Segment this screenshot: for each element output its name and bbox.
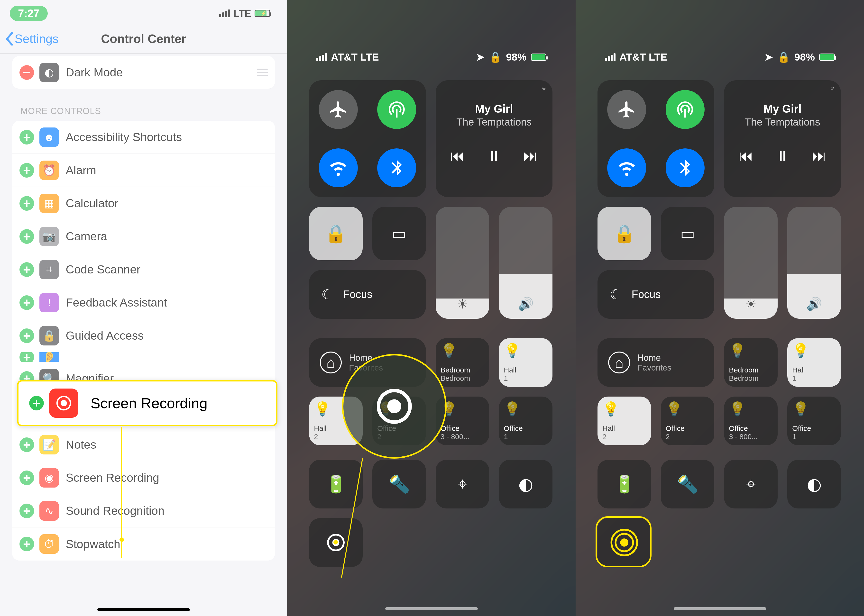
more-row-rec[interactable]: +◉Screen Recording [12, 461, 275, 494]
darkmode-button[interactable]: ◐ [499, 460, 552, 509]
screen-recording-button-active[interactable] [598, 518, 651, 567]
home-tile-office-1[interactable]: 💡Office1 [499, 396, 552, 445]
darkmode-button[interactable]: ◐ [787, 460, 841, 509]
pause-button[interactable]: ⏸ [487, 148, 501, 164]
callout-screen-recording-row[interactable]: + Screen Recording [17, 380, 277, 426]
row-label: Sound Recognition [66, 504, 165, 517]
connectivity-tile[interactable] [309, 80, 426, 197]
tile-name: Office [504, 424, 548, 432]
airplane-button[interactable] [607, 90, 646, 129]
home-indicator[interactable] [98, 608, 190, 611]
screen-mirror-button[interactable]: ▭ [372, 207, 426, 260]
cellular-button[interactable] [666, 90, 705, 129]
tile-sub: Bedroom [441, 374, 484, 382]
screen-mirror-button[interactable]: ▭ [661, 207, 714, 260]
home-tile-bedroom-Bedroom[interactable]: 💡BedroomBedroom [436, 338, 489, 387]
add-button[interactable]: + [19, 437, 34, 452]
remote-button[interactable]: ⌖ [436, 460, 489, 509]
flashlight-button[interactable]: 🔦 [372, 460, 426, 509]
bluetooth-button[interactable] [377, 148, 416, 187]
volume-slider[interactable]: 🔊 [787, 207, 841, 319]
home-tile-hall-2[interactable]: 💡Hall2 [598, 396, 651, 445]
home-title: Home [349, 353, 383, 363]
focus-button[interactable]: ☾ Focus [598, 270, 714, 319]
prev-button[interactable]: ⏮ [739, 148, 753, 164]
home-indicator[interactable] [385, 607, 478, 610]
tile-name: Hall [602, 424, 646, 432]
add-button[interactable]: + [19, 229, 34, 244]
orientation-lock-button[interactable]: 🔒 [598, 207, 651, 260]
tile-sub: Bedroom [729, 374, 773, 382]
focus-label: Focus [631, 288, 661, 300]
home-favorites-tile[interactable]: ⌂ Home Favorites [598, 338, 714, 387]
add-button[interactable]: + [19, 504, 34, 518]
focus-button[interactable]: ☾ Focus [309, 270, 426, 319]
home-tile-bedroom-Bedroom[interactable]: 💡BedroomBedroom [724, 338, 777, 387]
airplane-button[interactable] [319, 90, 358, 129]
included-row-darkmode[interactable]: ◐ Dark Mode [12, 56, 275, 89]
airplay-icon[interactable]: ◎ [831, 86, 834, 90]
remove-button[interactable] [19, 65, 34, 80]
add-button[interactable]: + [19, 262, 34, 277]
more-row-scan[interactable]: +⌗Code Scanner [12, 253, 275, 286]
home-indicator[interactable] [674, 607, 766, 610]
next-button[interactable]: ⏭ [523, 148, 538, 164]
add-button[interactable]: + [29, 396, 44, 410]
more-row-guide[interactable]: +🔒Guided Access [12, 319, 275, 352]
more-row-acc[interactable]: +☻Accessibility Shortcuts [12, 121, 275, 154]
screen-recording-button[interactable] [309, 518, 363, 567]
home-tile-office-3 - 800...[interactable]: 💡Office3 - 800... [724, 396, 777, 445]
add-button[interactable]: + [19, 352, 34, 362]
prev-button[interactable]: ⏮ [450, 148, 465, 164]
more-row-alarm[interactable]: +⏰Alarm [12, 154, 275, 187]
flashlight-button[interactable]: 🔦 [661, 460, 714, 509]
back-button[interactable]: Settings [0, 32, 59, 46]
brightness-slider[interactable]: ☀ [724, 207, 777, 319]
home-tile-office-2[interactable]: 💡Office2 [372, 396, 426, 445]
home-tile-hall-1[interactable]: 💡Hall1 [787, 338, 841, 387]
airplay-icon[interactable]: ◎ [542, 86, 546, 90]
carrier-label: AT&T LTE [331, 51, 379, 63]
more-row-stop[interactable]: +⏱Stopwatch [12, 528, 275, 561]
home-tile-hall-1[interactable]: 💡Hall1 [499, 338, 552, 387]
cellular-button[interactable] [377, 90, 416, 129]
add-button[interactable]: + [19, 130, 34, 145]
add-button[interactable]: + [19, 196, 34, 211]
more-row-feed[interactable]: +!Feedback Assistant [12, 286, 275, 319]
add-button[interactable]: + [19, 328, 34, 343]
connectivity-tile[interactable] [598, 80, 714, 197]
media-tile[interactable]: ◎ My Girl The Temptations ⏮ ⏸ ⏭ [436, 80, 552, 197]
more-row-cam[interactable]: +📷Camera [12, 220, 275, 253]
low-power-button[interactable]: 🔋 [598, 460, 651, 509]
home-tile-office-1[interactable]: 💡Office1 [787, 396, 841, 445]
more-row-hear[interactable]: +👂 [12, 352, 275, 362]
pause-button[interactable]: ⏸ [775, 148, 790, 164]
volume-slider[interactable]: 🔊 [499, 207, 552, 319]
add-button[interactable]: + [19, 163, 34, 178]
home-tile-office-3 - 800...[interactable]: 💡Office3 - 800... [436, 396, 489, 445]
bluetooth-button[interactable] [666, 148, 705, 187]
media-tile[interactable]: ◎ My Girl The Temptations ⏮ ⏸ ⏭ [724, 80, 841, 197]
time-pill[interactable]: 7:27 [10, 6, 48, 21]
next-button[interactable]: ⏭ [812, 148, 826, 164]
wifi-button[interactable] [607, 148, 646, 187]
wifi-button[interactable] [319, 148, 358, 187]
media-artist: The Temptations [731, 116, 834, 128]
bulb-icon: 💡 [441, 343, 484, 358]
add-button[interactable]: + [19, 537, 34, 551]
remote-button[interactable]: ⌖ [724, 460, 777, 509]
brightness-slider[interactable]: ☀ [436, 207, 489, 319]
more-row-calc[interactable]: +▦Calculator [12, 187, 275, 220]
orientation-lock-button[interactable]: 🔒 [309, 207, 363, 260]
home-favorites-tile[interactable]: ⌂ Home Favorites [309, 338, 426, 387]
drag-handle-icon[interactable] [257, 69, 268, 76]
add-button[interactable]: + [19, 295, 34, 310]
low-power-button[interactable]: 🔋 [309, 460, 363, 509]
callout-label: Screen Recording [91, 395, 207, 412]
add-button[interactable]: + [19, 470, 34, 485]
row-label: Feedback Assistant [66, 296, 167, 309]
home-tile-hall-2[interactable]: 💡Hall2 [309, 396, 363, 445]
more-row-sound[interactable]: +∿Sound Recognition [12, 494, 275, 528]
home-tile-office-2[interactable]: 💡Office2 [661, 396, 714, 445]
more-row-notes[interactable]: +📝Notes [12, 428, 275, 461]
